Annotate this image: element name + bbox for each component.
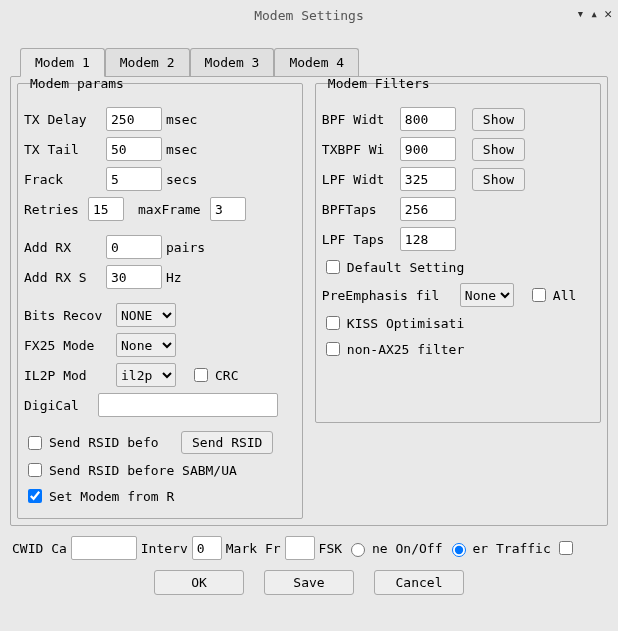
crc-label: CRC <box>215 368 238 383</box>
cwid-call-input[interactable] <box>71 536 137 560</box>
frack-label: Frack <box>24 172 102 187</box>
titlebar: Modem Settings ▾ ▴ ✕ <box>0 0 618 30</box>
lpf-width-label: LPF Widt <box>322 172 396 187</box>
default-settings-label: Default Setting <box>347 260 487 275</box>
mark-freq-input[interactable] <box>285 536 315 560</box>
preemphasis-select[interactable]: None <box>460 283 514 307</box>
add-rx-s-input[interactable] <box>106 265 162 289</box>
preemphasis-label: PreEmphasis fil <box>322 288 456 303</box>
tab-content: Modem params TX Delay msec TX Tail msec … <box>10 76 608 526</box>
crc-checkbox[interactable] <box>194 368 208 382</box>
set-modem-from-r-label: Set Modem from R <box>49 489 199 504</box>
fx25-select[interactable]: None <box>116 333 176 357</box>
txbpf-width-input[interactable] <box>400 137 456 161</box>
kiss-opt-checkbox[interactable] <box>326 316 340 330</box>
add-rx-input[interactable] <box>106 235 162 259</box>
tabbar: Modem 1 Modem 2 Modem 3 Modem 4 <box>20 48 618 76</box>
modem-filters-box: Modem Filters BPF Widt Show TXBPF Wi Sho… <box>315 83 601 423</box>
onoff-label: ne On/Off <box>372 541 442 556</box>
frack-input[interactable] <box>106 167 162 191</box>
send-rsid-sabm-label: Send RSID before SABM/UA <box>49 463 237 478</box>
nonax25-checkbox[interactable] <box>326 342 340 356</box>
tab-modem-3[interactable]: Modem 3 <box>190 48 275 76</box>
retries-label: Retries <box>24 202 84 217</box>
bpf-taps-input[interactable] <box>400 197 456 221</box>
bpf-width-show-button[interactable]: Show <box>472 108 525 131</box>
frack-unit: secs <box>166 172 197 187</box>
button-row: OK Save Cancel <box>0 570 618 595</box>
digicall-label: DigiCal <box>24 398 94 413</box>
set-modem-from-r-checkbox[interactable] <box>28 489 42 503</box>
tx-delay-input[interactable] <box>106 107 162 131</box>
lpf-width-input[interactable] <box>400 167 456 191</box>
tab-modem-1[interactable]: Modem 1 <box>20 48 105 77</box>
all-checkbox[interactable] <box>532 288 546 302</box>
traffic-label: er Traffic <box>473 541 551 556</box>
tx-tail-label: TX Tail <box>24 142 102 157</box>
retries-input[interactable] <box>88 197 124 221</box>
maxframe-label: maxFrame <box>138 202 206 217</box>
cancel-button[interactable]: Cancel <box>374 570 464 595</box>
traffic-checkbox[interactable] <box>559 541 573 555</box>
maxframe-input[interactable] <box>210 197 246 221</box>
interval-input[interactable] <box>192 536 222 560</box>
tab-modem-4[interactable]: Modem 4 <box>274 48 359 76</box>
fsk-label: FSK <box>319 541 342 556</box>
bottom-row: CWID Ca Interv Mark Fr FSK ne On/Off er … <box>12 536 606 560</box>
bpf-width-input[interactable] <box>400 107 456 131</box>
nonax25-label: non-AX25 filter <box>347 342 464 357</box>
default-settings-checkbox[interactable] <box>326 260 340 274</box>
tx-delay-unit: msec <box>166 112 197 127</box>
cwid-call-label: CWID Ca <box>12 541 67 556</box>
minimize-icon[interactable]: ▾ <box>577 6 585 21</box>
interval-label: Interv <box>141 541 188 556</box>
bits-recovery-select[interactable]: NONE <box>116 303 176 327</box>
kiss-opt-label: KISS Optimisati <box>347 316 487 331</box>
close-icon[interactable]: ✕ <box>604 6 612 21</box>
ok-button[interactable]: OK <box>154 570 244 595</box>
txbpf-width-label: TXBPF Wi <box>322 142 396 157</box>
lpf-width-show-button[interactable]: Show <box>472 168 525 191</box>
bpf-width-label: BPF Widt <box>322 112 396 127</box>
add-rx-s-label: Add RX S <box>24 270 102 285</box>
tx-delay-label: TX Delay <box>24 112 102 127</box>
send-rsid-before-checkbox[interactable] <box>28 436 42 450</box>
add-rx-unit: pairs <box>166 240 205 255</box>
window-title: Modem Settings <box>254 8 364 23</box>
send-rsid-before-label: Send RSID befo <box>49 435 177 450</box>
onoff-radio[interactable] <box>351 543 365 557</box>
mark-freq-label: Mark Fr <box>226 541 281 556</box>
fx25-label: FX25 Mode <box>24 338 112 353</box>
add-rx-label: Add RX <box>24 240 102 255</box>
bits-recovery-label: Bits Recov <box>24 308 112 323</box>
tx-tail-unit: msec <box>166 142 197 157</box>
send-rsid-button[interactable]: Send RSID <box>181 431 273 454</box>
txbpf-width-show-button[interactable]: Show <box>472 138 525 161</box>
lpf-taps-input[interactable] <box>400 227 456 251</box>
modem-params-box: Modem params TX Delay msec TX Tail msec … <box>17 83 303 519</box>
digicall-input[interactable] <box>98 393 278 417</box>
il2p-select[interactable]: il2p O <box>116 363 176 387</box>
il2p-label: IL2P Mod <box>24 368 112 383</box>
send-rsid-sabm-checkbox[interactable] <box>28 463 42 477</box>
tab-modem-2[interactable]: Modem 2 <box>105 48 190 76</box>
tx-tail-input[interactable] <box>106 137 162 161</box>
bpf-taps-label: BPFTaps <box>322 202 396 217</box>
traffic-radio[interactable] <box>452 543 466 557</box>
all-label: All <box>553 288 576 303</box>
maximize-icon[interactable]: ▴ <box>590 6 598 21</box>
save-button[interactable]: Save <box>264 570 354 595</box>
lpf-taps-label: LPF Taps <box>322 232 396 247</box>
add-rx-s-unit: Hz <box>166 270 182 285</box>
